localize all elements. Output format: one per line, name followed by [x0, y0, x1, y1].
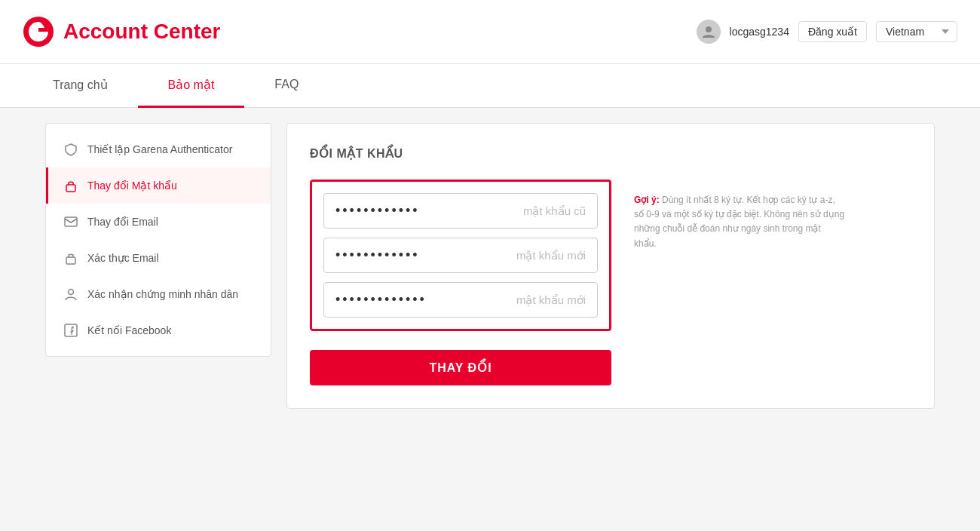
hint-content: Dùng ít nhất 8 ký tự. Kết hợp các ký tự … [634, 195, 844, 249]
confirm-password-wrapper: mật khẩu mới [323, 282, 598, 318]
sidebar: Thiết lập Garena Authenticator Thay đổi … [45, 123, 271, 357]
country-select[interactable]: Vietnam Singapore Thailand [876, 21, 957, 42]
submit-button[interactable]: THAY ĐỔI [310, 350, 611, 385]
sidebar-item-facebook-label: Kết nối Facebook [87, 324, 171, 336]
password-form-highlight: mật khẩu cũ mật khẩu mới mật khẩu mới [310, 180, 611, 331]
sidebar-item-change-password-label: Thay đổi Mật khẩu [87, 180, 177, 192]
svg-rect-3 [65, 217, 77, 226]
person-icon [63, 287, 78, 302]
tab-home[interactable]: Trang chủ [23, 64, 138, 108]
old-password-input[interactable] [324, 194, 597, 228]
old-password-wrapper: mật khẩu cũ [323, 193, 598, 229]
sidebar-item-verify-id[interactable]: Xác nhận chứng minh nhân dân [46, 276, 271, 312]
sidebar-item-authenticator-label: Thiết lập Garena Authenticator [87, 143, 232, 155]
hint-text: Gợi ý: Dùng ít nhất 8 ký tự. Kết hợp các… [634, 193, 845, 251]
app-title: Account Center [63, 20, 220, 44]
sidebar-item-verify-id-label: Xác nhận chứng minh nhân dân [87, 288, 238, 300]
svg-rect-6 [65, 324, 77, 336]
header-left: Account Center [23, 16, 220, 48]
svg-rect-2 [66, 185, 75, 192]
lock-icon [63, 178, 78, 193]
header-right: locgasg1234 Đăng xuất Vietnam Singapore … [697, 20, 957, 44]
confirm-password-input[interactable] [324, 283, 597, 317]
content-area: ĐỔI MẬT KHẨU mật khẩu cũ mật khẩu mới [286, 123, 935, 409]
lock2-icon [63, 250, 78, 266]
sidebar-item-change-password[interactable]: Thay đổi Mật khẩu [46, 167, 271, 204]
sidebar-item-facebook[interactable]: Kết nối Facebook [46, 312, 271, 348]
section-title: ĐỔI MẬT KHẨU [310, 146, 911, 161]
header: Account Center locgasg1234 Đăng xuất Vie… [0, 0, 980, 64]
logout-button[interactable]: Đăng xuất [798, 21, 867, 42]
sidebar-item-verify-email-label: Xác thực Email [87, 252, 159, 264]
nav-tabs: Trang chủ Bảo mật FAQ [0, 64, 980, 108]
svg-point-5 [69, 290, 74, 295]
sidebar-item-change-email-label: Thay đổi Email [87, 216, 158, 228]
shield-icon [63, 142, 78, 157]
email-icon [63, 214, 78, 229]
username: locgasg1234 [730, 26, 789, 38]
facebook-icon [63, 323, 78, 338]
sidebar-item-change-email[interactable]: Thay đổi Email [46, 204, 271, 240]
tab-faq[interactable]: FAQ [244, 64, 329, 108]
new-password-input[interactable] [324, 238, 597, 272]
garena-logo-icon [23, 16, 54, 48]
hint-box: Gợi ý: Dùng ít nhất 8 ký tự. Kết hợp các… [626, 193, 853, 251]
new-password-wrapper: mật khẩu mới [323, 238, 598, 273]
sidebar-item-authenticator[interactable]: Thiết lập Garena Authenticator [46, 131, 271, 167]
svg-rect-4 [66, 257, 75, 264]
main-content: Thiết lập Garena Authenticator Thay đổi … [23, 108, 957, 424]
svg-point-1 [706, 26, 712, 32]
hint-label: Gợi ý: [634, 195, 660, 205]
tab-security[interactable]: Bảo mật [138, 64, 245, 108]
form-row: mật khẩu cũ mật khẩu mới mật khẩu mới TH… [310, 180, 911, 385]
avatar [697, 20, 721, 44]
sidebar-item-verify-email[interactable]: Xác thực Email [46, 240, 271, 276]
